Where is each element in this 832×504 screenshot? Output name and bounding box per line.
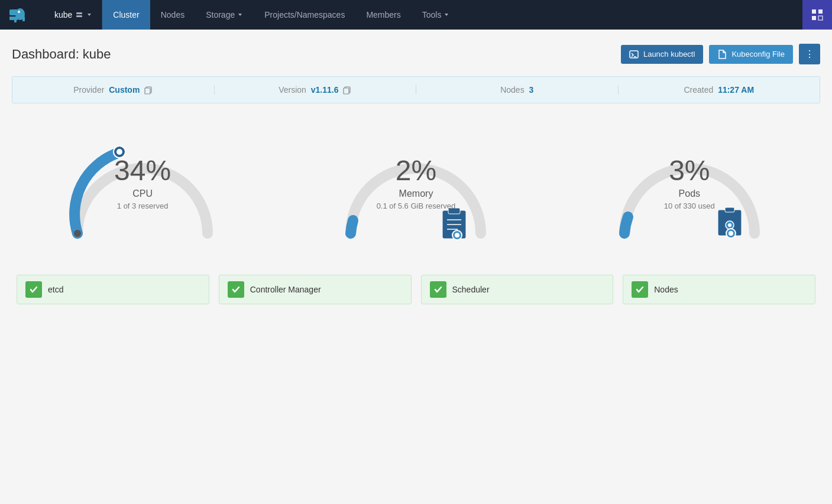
memory-gauge: 2% Memory 0.1 of 5.6 GiB reserved: [285, 121, 546, 251]
version-info: Version v1.11.6: [215, 85, 417, 95]
nodes-info: Nodes 3: [416, 85, 619, 95]
page-title: Dashboard: kube: [12, 47, 111, 62]
nav-menu: Cluster Nodes Storage Projects/Namespace…: [102, 0, 802, 30]
svg-rect-14: [818, 16, 823, 20]
copy-provider-button[interactable]: [144, 86, 153, 95]
server-icon: [76, 11, 83, 18]
controller-manager-check-icon: [228, 281, 244, 298]
chevron-down-icon: [237, 12, 243, 18]
nav-item-members[interactable]: Members: [355, 0, 411, 30]
controller-manager-label: Controller Manager: [250, 285, 321, 294]
created-info: Created 11:27 AM: [619, 85, 820, 95]
svg-rect-5: [14, 19, 17, 22]
provider-info: Provider Custom: [12, 85, 215, 95]
terminal-icon: [629, 50, 639, 59]
info-bar: Provider Custom Version v1.11.6 Nodes 3: [12, 76, 820, 103]
svg-marker-9: [238, 14, 242, 16]
svg-point-34: [728, 223, 731, 227]
svg-point-30: [455, 233, 459, 238]
svg-point-22: [116, 149, 122, 155]
svg-rect-4: [22, 17, 25, 21]
more-options-button[interactable]: ⋮: [799, 44, 820, 64]
svg-rect-25: [448, 208, 460, 214]
svg-rect-12: [818, 9, 823, 14]
status-bar: etcd Controller Manager Scheduler: [12, 275, 820, 310]
nodes-status-label: Nodes: [654, 285, 678, 294]
svg-point-3: [18, 11, 20, 13]
svg-rect-7: [76, 15, 82, 17]
nav-item-cluster[interactable]: Cluster: [102, 0, 150, 30]
app-switcher-button[interactable]: [802, 0, 832, 30]
svg-point-36: [729, 231, 733, 236]
etcd-label: etcd: [48, 285, 63, 294]
svg-rect-32: [725, 207, 734, 212]
svg-marker-8: [88, 14, 91, 16]
svg-rect-18: [145, 88, 150, 94]
kubeconfig-button[interactable]: Kubeconfig File: [709, 45, 793, 64]
nav-item-storage[interactable]: Storage: [195, 0, 254, 30]
chevron-down-icon: [86, 12, 92, 18]
checkmark-icon: [231, 285, 241, 294]
cluster-selector[interactable]: kube: [45, 0, 102, 30]
page-header: Dashboard: kube Launch kubectl Kubeconfi…: [12, 44, 820, 64]
pods-gauge-svg: [601, 121, 778, 251]
memory-gauge-svg: [327, 121, 504, 251]
status-etcd: etcd: [17, 275, 209, 304]
copy-version-button[interactable]: [343, 86, 351, 95]
gauges-row: 34% CPU 1 of 3 reserved: [12, 121, 820, 251]
nav-item-tools[interactable]: Tools: [412, 0, 461, 30]
copy-icon: [144, 86, 153, 95]
scheduler-label: Scheduler: [452, 285, 490, 294]
scheduler-check-icon: [430, 281, 446, 298]
status-scheduler: Scheduler: [421, 275, 614, 304]
copy-icon: [343, 86, 351, 95]
file-icon: [717, 50, 727, 59]
checkmark-icon: [29, 285, 38, 294]
header-actions: Launch kubectl Kubeconfig File ⋮: [621, 44, 820, 64]
chevron-down-icon: [443, 12, 449, 18]
cpu-gauge: 34% CPU 1 of 3 reserved: [12, 121, 273, 251]
nav-item-nodes[interactable]: Nodes: [150, 0, 195, 30]
status-nodes: Nodes: [623, 275, 815, 304]
svg-rect-6: [76, 12, 82, 14]
checkmark-icon: [433, 285, 443, 294]
nav-right: [802, 0, 832, 30]
brand[interactable]: [0, 0, 45, 30]
nav-item-projects[interactable]: Projects/Namespaces: [254, 0, 355, 30]
cpu-gauge-svg: [54, 121, 231, 251]
cluster-name: kube: [54, 10, 72, 19]
status-controller-manager: Controller Manager: [219, 275, 412, 304]
nodes-check-icon: [632, 281, 648, 298]
rancher-logo-icon: [8, 5, 37, 25]
etcd-check-icon: [25, 281, 42, 298]
navbar: kube Cluster Nodes Storage Projects/Name…: [0, 0, 832, 30]
svg-rect-13: [812, 16, 816, 20]
svg-rect-11: [812, 9, 816, 14]
pods-gauge: 3% Pods 10 of 330 used: [559, 121, 820, 251]
svg-marker-10: [445, 14, 448, 16]
checkmark-icon: [635, 285, 645, 294]
launch-kubectl-button[interactable]: Launch kubectl: [621, 45, 703, 64]
svg-rect-20: [344, 88, 349, 94]
svg-point-23: [74, 230, 81, 237]
grid-icon: [810, 8, 824, 22]
main-content: Dashboard: kube Launch kubectl Kubeconfi…: [0, 30, 832, 322]
